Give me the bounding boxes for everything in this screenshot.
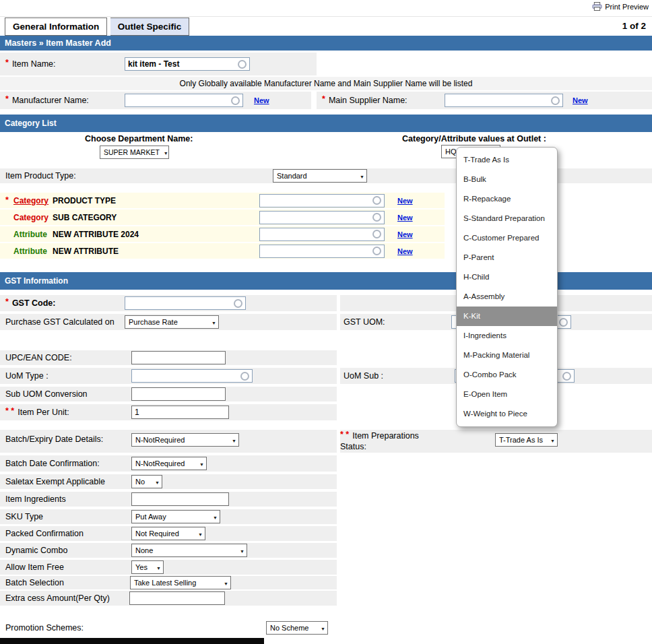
lookup-icon[interactable]	[372, 230, 381, 238]
category-input[interactable]	[259, 194, 385, 207]
extra-cess-input[interactable]	[129, 591, 225, 605]
category-new-link[interactable]: New	[397, 197, 413, 205]
manufacturer-supplier-row: *Manufacturer Name: New *Main Supplier N…	[0, 92, 652, 109]
manufacturer-input[interactable]	[125, 94, 243, 107]
purchase-gst-select[interactable]: Purchase Rate	[125, 315, 219, 329]
dynamic-combo-value: None	[135, 546, 153, 554]
dropdown-option[interactable]: E-Open Item	[457, 385, 557, 404]
sku-type-row: SKU Type Put Away	[0, 509, 652, 524]
product-type-select[interactable]: Standard	[273, 169, 367, 183]
tab-general-information[interactable]: General Information	[5, 18, 107, 36]
lookup-icon[interactable]	[234, 299, 242, 308]
dropdown-option[interactable]: I-Ingredients	[457, 326, 557, 346]
extra-cess-label: Extra cess Amount(Per Qty)	[5, 593, 110, 603]
attribute-input[interactable]	[259, 228, 385, 241]
batch-date-row: Batch Date Confirmation: N-NotRequired	[0, 455, 652, 472]
printer-icon	[592, 2, 602, 11]
allow-item-free-value: Yes	[135, 563, 148, 571]
promotion-schemes-row: Promotion Schemes: No Scheme	[0, 620, 652, 635]
allow-item-free-row: Allow Item Free Yes	[0, 560, 652, 575]
attribute-input[interactable]	[259, 245, 385, 258]
sku-type-label: SKU Type	[5, 512, 43, 521]
attribute-new-link[interactable]: New	[397, 247, 413, 255]
attribute-new-link[interactable]: New	[397, 230, 413, 238]
item-ingredients-input[interactable]	[131, 492, 229, 506]
allow-item-free-select[interactable]: Yes	[131, 560, 164, 574]
item-per-unit-label: * *Item Per Unit:	[5, 408, 69, 417]
lookup-icon[interactable]	[238, 60, 247, 69]
lookup-icon[interactable]	[372, 213, 381, 222]
category-name: PRODUCT TYPE	[53, 196, 116, 205]
item-ingredients-label: Item Ingredients	[5, 494, 66, 504]
dropdown-option[interactable]: P-Parent	[457, 248, 557, 267]
category-new-link[interactable]: New	[397, 214, 413, 222]
chevron-down-icon	[321, 624, 325, 632]
dropdown-option[interactable]: S-Standard Preparation	[457, 209, 557, 228]
dropdown-option[interactable]: W-Weight to Piece	[457, 404, 557, 424]
promotion-schemes-select[interactable]: No Scheme	[266, 621, 328, 635]
required-marker-wrap: *	[5, 195, 12, 207]
promotion-schemes-label: Promotion Schemes:	[5, 623, 84, 633]
chevron-down-icon	[155, 478, 160, 486]
chevron-down-icon	[240, 546, 244, 554]
lookup-icon[interactable]	[559, 318, 568, 327]
dropdown-option[interactable]: T-Trade As Is	[457, 150, 557, 170]
dropdown-option[interactable]: A-Assembly	[457, 287, 557, 307]
required-marker: *	[5, 195, 9, 205]
required-marker: * *	[340, 430, 349, 439]
sub-uom-input[interactable]	[131, 387, 226, 401]
category-input[interactable]	[259, 211, 385, 224]
gst-code-input[interactable]	[125, 296, 246, 310]
required-marker: * *	[5, 406, 14, 416]
manufacturer-new-link[interactable]: New	[254, 96, 269, 104]
upc-input[interactable]	[131, 351, 226, 364]
chevron-down-icon	[198, 529, 203, 538]
tab-outlet-specific[interactable]: Outlet Specific	[110, 18, 190, 36]
batch-date-value: N-NotRequired	[135, 459, 185, 468]
dropdown-option[interactable]: O-Combo Pack	[457, 365, 557, 385]
batch-selection-select[interactable]: Take Latest Selling	[130, 576, 231, 589]
packed-confirmation-row: Packed Confirmation Not Required	[0, 526, 652, 541]
chevron-down-icon	[164, 148, 168, 156]
lookup-icon[interactable]	[372, 247, 381, 255]
lookup-icon[interactable]	[240, 372, 249, 381]
packed-confirmation-select[interactable]: Not Required	[131, 527, 205, 540]
dropdown-option[interactable]: H-Child	[457, 267, 557, 287]
gst-code-label: *GST Code:	[5, 298, 55, 308]
dropdown-option[interactable]: R-Repackage	[457, 189, 557, 209]
saletax-select[interactable]: No	[131, 475, 162, 488]
supplier-new-link[interactable]: New	[573, 96, 588, 104]
batch-selection-label: Batch Selection	[5, 578, 64, 587]
attribute-kind: Attribute	[13, 247, 47, 256]
dropdown-option[interactable]: C-Customer Prepared	[457, 228, 557, 248]
promotion-schemes-value: No Scheme	[270, 624, 308, 632]
item-name-input[interactable]: kit item - Test	[125, 57, 250, 71]
print-preview-link[interactable]: Print Preview	[592, 2, 649, 11]
item-per-unit-label-text: Item Per Unit:	[18, 408, 69, 417]
department-select[interactable]: SUPER MARKET	[100, 146, 169, 159]
info-note-row: Only Globally available Manufacturer Nam…	[0, 77, 652, 90]
chevron-down-icon	[360, 172, 364, 180]
uom-type-input[interactable]	[131, 369, 253, 383]
required-marker: *	[322, 94, 325, 104]
dynamic-combo-select[interactable]: None	[131, 544, 247, 557]
supplier-label-text: Main Supplier Name:	[329, 96, 408, 105]
item-prep-select[interactable]: T-Trade As Is	[495, 433, 558, 447]
sub-uom-label: Sub UOM Conversion	[5, 389, 88, 399]
sku-type-select[interactable]: Put Away	[131, 510, 220, 523]
product-type-value: Standard	[277, 172, 307, 180]
attribute-name: NEW ATTRIBUTE	[53, 247, 119, 256]
topbar: Print Preview	[0, 0, 652, 17]
batch-date-select[interactable]: N-NotRequired	[131, 457, 207, 470]
lookup-icon[interactable]	[372, 196, 381, 205]
dropdown-option-highlighted[interactable]: K-Kit	[457, 307, 557, 326]
lookup-icon[interactable]	[562, 372, 571, 381]
batch-expiry-select[interactable]: N-NotRequired	[131, 433, 239, 447]
supplier-input[interactable]	[445, 94, 563, 107]
dropdown-option[interactable]: M-Packing Material	[457, 346, 557, 365]
lookup-icon[interactable]	[231, 96, 240, 105]
item-per-unit-input[interactable]: 1	[131, 406, 229, 419]
dropdown-option[interactable]: B-Bulk	[457, 170, 557, 189]
lookup-icon[interactable]	[551, 96, 560, 105]
item-name-row: *Item Name: kit item - Test	[0, 53, 652, 75]
